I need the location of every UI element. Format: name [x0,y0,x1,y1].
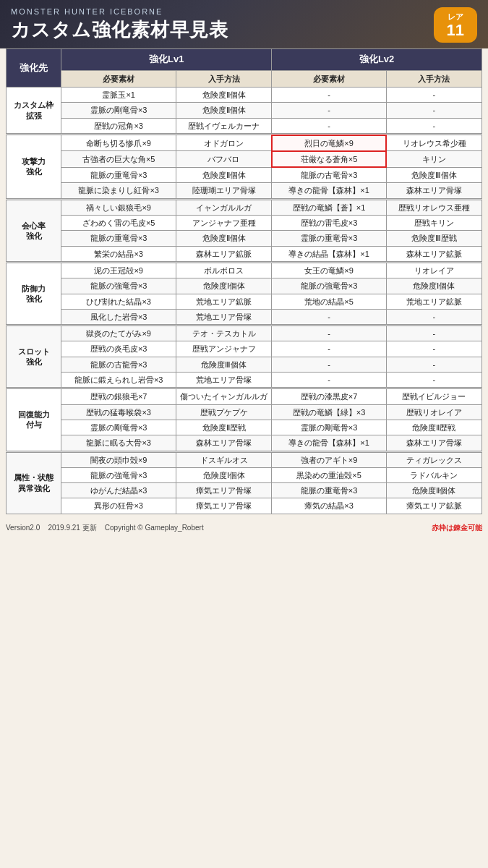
table-row: 龍脈に染まりし紅骨×3陸珊瑚エリア骨塚導きの龍骨【森林】×1森林エリア骨塚 [7,183,482,198]
how2-cell: - [386,326,481,341]
material1-cell: 歴戦の炎毛皮×3 [61,341,176,357]
how1-cell: 荒地エリア骨塚 [176,373,272,388]
how2-header: 入手方法 [386,70,481,87]
how1-cell: 危険度Ⅰ個体 [176,278,272,294]
how1-cell: 危険度Ⅰ個体 [176,467,272,482]
material1-cell: 龍脈の強竜骨×3 [61,467,176,482]
footer: Version2.0 2019.9.21 更新 Copyright © Game… [0,520,488,536]
category-cell: 防御力 強化 [7,263,61,324]
material2-cell: 荒地の結晶×5 [272,294,387,309]
material2-cell: 荘厳なる蒼角×5 [272,151,387,167]
lv1-header: 強化Lv1 [61,49,272,71]
material1-cell: 歴戦の冠角×3 [61,118,176,133]
how2-cell: 瘴気エリア鉱脈 [386,498,481,514]
material2-cell: 導きの結晶【森林】×1 [272,246,387,261]
table-row: 古強者の巨大な角×5バフバロ荘厳なる蒼角×5キリン [7,151,482,167]
material1-cell: ゆがんだ結晶×3 [61,483,176,498]
how1-cell: 荒地エリア骨塚 [176,309,272,324]
material2-cell: 黒染めの重油殻×5 [272,467,387,482]
material1-cell: 霊脈玉×1 [61,88,176,103]
how1-cell: 危険度Ⅱ歴戦 [176,420,272,435]
badge-number: 11 [447,22,464,38]
rarity-badge: レア 11 [434,7,477,43]
material1-cell: 獄炎のたてがみ×9 [61,326,176,341]
how1-cell: オドガロン [176,135,272,151]
material2-cell: - [272,88,387,103]
how1-cell: 陸珊瑚エリア骨塚 [176,183,272,198]
how2-cell: 歴戦リオレウス亜種 [386,200,481,215]
how2-cell: - [386,88,481,103]
material2-cell: 烈日の竜鱗×9 [272,135,387,151]
lv2-header: 強化Lv2 [272,49,482,71]
material1-cell: 龍脈の強竜骨×3 [61,278,176,294]
table-row: ざわめく雷の毛皮×5アンジャナフ亜種歴戦の雷毛皮×3歴戦キリン [7,216,482,231]
how2-cell: - [386,357,481,372]
update-date: 2019.9.21 更新 [48,524,96,532]
how2-cell: ラドバルキン [386,467,481,482]
how1-cell: 歴戦プケプケ [176,404,272,420]
how2-cell: 森林エリア鉱脈 [386,246,481,261]
material2-cell: - [272,118,387,133]
material1-cell: 命断ち切る惨爪×9 [61,135,176,151]
header: MONSTER HUNTER ICEBORNE カスタム強化素材早見表 レア 1… [0,0,488,48]
how1-cell: 瘴気エリア骨塚 [176,498,272,514]
table-row: スロット 強化獄炎のたてがみ×9テオ・テスカトル-- [7,326,482,341]
how1-cell: 危険度Ⅱ個体 [176,167,272,183]
how2-cell: - [386,103,481,118]
how1-cell: 危険度Ⅲ個体 [176,357,272,372]
material1-cell: ざわめく雷の毛皮×5 [61,216,176,231]
version: Version2.0 [6,524,40,532]
how2-cell: 歴戦リオレイア [386,404,481,420]
how1-cell: 森林エリア鉱脈 [176,246,272,261]
material1-cell: 龍脈に染まりし紅骨×3 [61,183,176,198]
table-row: 霊脈の剛竜骨×3危険度Ⅱ歴戦霊脈の剛竜骨×3危険度Ⅱ歴戦 [7,420,482,435]
material2-cell: 歴戦の漆黒皮×7 [272,389,387,404]
table-row: 龍脈の重竜骨×3危険度Ⅱ個体龍脈の古竜骨×3危険度Ⅲ個体 [7,167,482,183]
main-table: 強化先 強化Lv1 強化Lv2 必要素材 入手方法 必要素材 入手方法 カスタム… [6,48,482,514]
how2-cell: 森林エリア骨塚 [386,183,481,198]
table-row: 龍脈の古龍骨×3危険度Ⅲ個体-- [7,357,482,372]
how1-cell: 歴戦イヴェルカーナ [176,118,272,133]
material1-cell: 龍脈の重竜骨×3 [61,167,176,183]
copyright: Copyright © Gameplay_Robert [105,524,204,532]
how2-cell: - [386,309,481,324]
table-row: 龍脈の強竜骨×3危険度Ⅰ個体龍脈の強竜骨×3危険度Ⅰ個体 [7,278,482,294]
how1-cell: 危険度Ⅱ個体 [176,231,272,246]
table-row: 霊脈の剛竜骨×3危険度Ⅱ個体-- [7,103,482,118]
how2-cell: 危険度Ⅱ個体 [386,483,481,498]
material2-cell: 霊脈の重竜骨×3 [272,231,387,246]
how1-cell: ボルボロス [176,263,272,278]
table-row: 龍脈の重竜骨×3危険度Ⅱ個体霊脈の重竜骨×3危険度Ⅲ歴戦 [7,231,482,246]
material2-cell: 女王の竜鱗×9 [272,263,387,278]
material1-cell: 異形の狂骨×3 [61,498,176,514]
how1-cell: 荒地エリア鉱脈 [176,294,272,309]
how1-cell: テオ・テスカトル [176,326,272,341]
material2-cell: 強者のアギト×9 [272,452,387,467]
footer-left: Version2.0 2019.9.21 更新 Copyright © Game… [6,523,204,533]
category-cell: 属性・状態 異常強化 [7,452,61,514]
how1-cell: 瘴気エリア骨塚 [176,483,272,498]
table-row: 歴戦の猛毒喉袋×3歴戦プケプケ歴戦の竜鱗【緑】×3歴戦リオレイア [7,404,482,420]
table-row: 会心率 強化禍々しい銀狼毛×9イャンガルルガ歴戦の竜鱗【蒼】×1歴戦リオレウス亜… [7,200,482,215]
table-row: 風化した岩骨×3荒地エリア骨塚-- [7,309,482,324]
table-row: 歴戦の冠角×3歴戦イヴェルカーナ-- [7,118,482,133]
category-cell: カスタム枠 拡張 [7,88,61,134]
how2-cell: - [386,373,481,388]
material1-cell: 龍脈の重竜骨×3 [61,231,176,246]
material2-cell: 霊脈の剛竜骨×3 [272,420,387,435]
how2-cell: 危険度Ⅲ歴戦 [386,231,481,246]
material1-cell: 歴戦の猛毒喉袋×3 [61,404,176,420]
material1-cell: 闇夜の頭巾殻×9 [61,452,176,467]
how2-cell: 危険度Ⅲ個体 [386,167,481,183]
how-header: 入手方法 [176,70,272,87]
how2-cell: 森林エリア骨塚 [386,435,481,451]
how1-cell: イャンガルルガ [176,200,272,215]
how2-cell: リオレイア [386,263,481,278]
material1-cell: 霊脈の剛竜骨×3 [61,420,176,435]
table-row: 龍脈に眠る大骨×3森林エリア骨塚導きの龍骨【森林】×1森林エリア骨塚 [7,435,482,451]
material1-cell: 繁栄の結晶×3 [61,246,176,261]
how1-cell: 危険度Ⅱ個体 [176,88,272,103]
table-row: 繁栄の結晶×3森林エリア鉱脈導きの結晶【森林】×1森林エリア鉱脈 [7,246,482,261]
table-row: 歴戦の炎毛皮×3歴戦アンジャナフ-- [7,341,482,357]
material1-cell: 龍脈の古龍骨×3 [61,357,176,372]
